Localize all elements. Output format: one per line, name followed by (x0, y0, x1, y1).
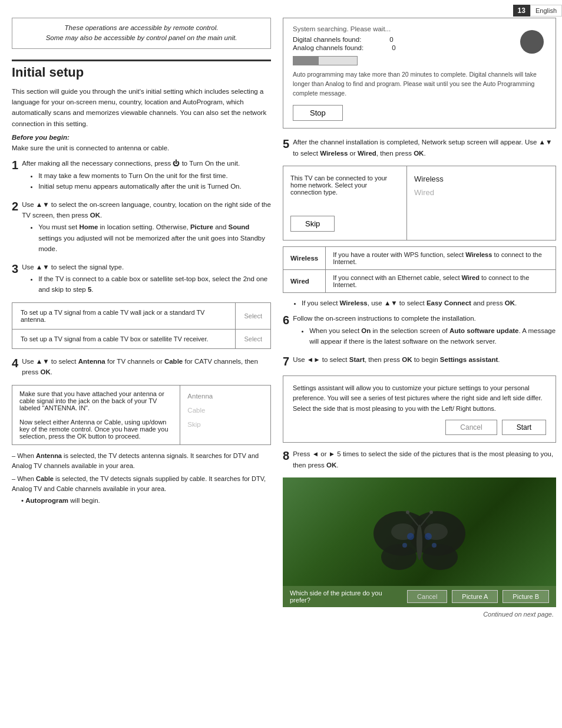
antenna-table: Make sure that you have attached your an… (12, 385, 271, 445)
svg-point-14 (432, 543, 437, 548)
picture-cancel-button[interactable]: Cancel (407, 590, 447, 603)
antenna-options: Antenna Cable Skip (180, 385, 271, 444)
step-5-text: After the channel installation is comple… (293, 139, 552, 156)
analog-value: 0 (392, 44, 395, 51)
step-8-text: Press ◄ or ► 5 times to select the side … (293, 450, 553, 468)
svg-point-9 (406, 510, 409, 514)
svg-point-3 (422, 544, 458, 570)
step-8: 8 Press ◄ or ► 5 times to select the sid… (283, 449, 556, 470)
step-3-content: Use ▲▼ to select the signal type. If the… (22, 262, 271, 295)
svg-point-12 (425, 533, 432, 540)
picture-a-button[interactable]: Picture A (452, 590, 498, 603)
notice-line1: These operations are accessible by remot… (21, 23, 262, 33)
step-4-text: Use ▲▼ to select Antenna for TV channels… (22, 358, 258, 375)
autoprogram-note: • Autoprogram will begin. (12, 497, 271, 504)
step-6-content: Follow the on-screen instructions to com… (293, 313, 556, 347)
step-7-num: 7 (283, 354, 289, 368)
svg-point-6 (416, 525, 422, 560)
auto-note: Auto programming may take more than 20 m… (293, 70, 546, 98)
step-5: 5 After the channel installation is comp… (283, 137, 556, 159)
network-left: This TV can be connected to your home ne… (283, 166, 407, 240)
dash-note-2: – When Cable is selected, the TV detects… (12, 474, 271, 495)
step-1-text: After making all the necessary connectio… (22, 160, 240, 167)
wireless-label: Wireless (283, 247, 326, 270)
searching-box: System searching. Please wait... Digital… (283, 18, 556, 129)
step-5-num: 5 (283, 137, 289, 151)
ww-info-table: Wireless If you have a router with WPS f… (283, 246, 556, 293)
signal-row1-select: Select (236, 302, 271, 329)
antenna-desc: Make sure that you have attached your an… (12, 385, 180, 444)
continued-text: Continued on next page. (283, 611, 556, 618)
settings-box: Settings assistant will allow you to cus… (283, 375, 556, 443)
settings-body: Settings assistant will allow you to cus… (293, 383, 546, 414)
step-3-num: 3 (12, 262, 18, 276)
which-side-bar: Which side of the picture do you prefer?… (283, 586, 556, 607)
section-body: This section will guide you through the … (12, 86, 271, 130)
svg-point-11 (407, 533, 414, 540)
left-column: These operations are accessible by remot… (12, 18, 271, 618)
notice-line2: Some may also be accessible by control p… (21, 33, 262, 43)
page-language: English (530, 5, 562, 17)
progress-fill (293, 57, 319, 65)
step-8-num: 8 (283, 449, 289, 463)
progress-bar (293, 56, 358, 65)
notice-box: These operations are accessible by remot… (12, 18, 271, 49)
svg-point-10 (429, 510, 433, 514)
signal-row1-desc: To set up a TV signal from a cable TV wa… (12, 302, 236, 329)
which-side-text: Which side of the picture do you prefer? (290, 589, 402, 604)
settings-start-button[interactable]: Start (502, 420, 546, 435)
dash-note-1: – When Antenna is selected, the TV detec… (12, 451, 271, 472)
signal-row2-desc: To set up a TV signal from a cable TV bo… (12, 329, 236, 348)
step-1-content: After making all the necessary connectio… (22, 158, 271, 192)
loading-circle (520, 30, 544, 54)
step-7: 7 Use ◄► to select Start, then press OK … (283, 354, 556, 368)
step-6: 6 Follow the on-screen instructions to c… (283, 313, 556, 347)
before-label: Before you begin: (12, 134, 271, 141)
step-3-text: Use ▲▼ to select the signal type. (22, 263, 124, 271)
step-3: 3 Use ▲▼ to select the signal type. If t… (12, 262, 271, 295)
picture-b-button[interactable]: Picture B (503, 590, 549, 603)
step-5-content: After the channel installation is comple… (293, 137, 556, 159)
network-box: This TV can be connected to your home ne… (283, 166, 556, 241)
step-7-content: Use ◄► to select Start, then press OK to… (293, 354, 556, 365)
skip-button[interactable]: Skip (290, 216, 335, 232)
step-5-bullet-1: If you select Wireless, use ▲▼ to select… (302, 298, 556, 308)
right-column: System searching. Please wait... Digital… (283, 18, 556, 618)
svg-point-1 (381, 544, 416, 570)
settings-buttons: Cancel Start (293, 420, 546, 435)
searching-title: System searching. Please wait... (293, 25, 546, 32)
butterfly-svg (372, 501, 467, 584)
stop-button[interactable]: Stop (293, 105, 343, 121)
signal-row2-select: Select (236, 329, 271, 348)
step-1-bullet-1: It may take a few moments to Turn On the… (38, 170, 271, 181)
step-2-bullet-1: You must set Home in location setting. O… (38, 222, 271, 254)
network-desc: This TV can be connected to your home ne… (290, 174, 399, 196)
main-content: These operations are accessible by remot… (0, 0, 562, 618)
step-1-num: 1 (12, 158, 18, 172)
step-4-content: Use ▲▼ to select Antenna for TV channels… (22, 356, 271, 378)
step-6-bullet-1: When you select On in the selection scre… (309, 325, 556, 347)
step-2-num: 2 (12, 199, 18, 213)
wired-desc: If you connect with an Ethernet cable, s… (326, 270, 556, 293)
step-3-bullet-1: If the TV is connect to a cable box or s… (38, 274, 271, 295)
wireless-desc: If you have a router with WPS function, … (326, 247, 556, 270)
step-7-text: Use ◄► to select Start, then press OK to… (293, 356, 500, 363)
settings-cancel-button[interactable]: Cancel (445, 420, 497, 435)
page-header: 13 English (513, 5, 562, 17)
analog-channels-line: Analog channels found: 0 (293, 44, 546, 51)
wireless-option: Wireless (414, 174, 548, 183)
step-5-bullets: If you select Wireless, use ▲▼ to select… (283, 298, 556, 308)
step-4-num: 4 (12, 356, 18, 370)
step-2-content: Use ▲▼ to select the on-screen language,… (22, 199, 271, 255)
digital-channels-line: Digital channels found: 0 (293, 36, 546, 43)
step-2-text: Use ▲▼ to select the on-screen language,… (22, 201, 271, 219)
analog-label: Analog channels found: (293, 44, 363, 51)
butterfly-overlay: Which side of the picture do you prefer?… (283, 586, 556, 607)
step-1: 1 After making all the necessary connect… (12, 158, 271, 192)
digital-value: 0 (389, 36, 393, 43)
svg-point-13 (402, 543, 407, 548)
antenna-option-cable: Cable (187, 407, 263, 414)
wired-label: Wired (283, 270, 326, 293)
before-text: Make sure the unit is connected to anten… (12, 143, 271, 153)
step-2: 2 Use ▲▼ to select the on-screen languag… (12, 199, 271, 255)
